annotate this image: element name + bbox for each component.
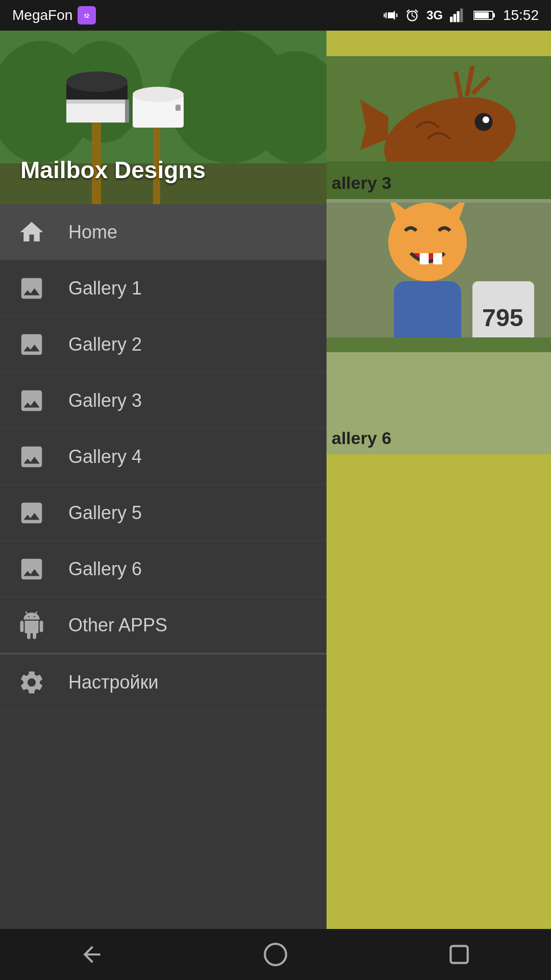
menu-gallery3-label: Gallery 3 bbox=[68, 390, 142, 411]
menu-settings-label: Настройки bbox=[68, 672, 159, 693]
svg-text:795: 795 bbox=[482, 304, 523, 331]
alarm-icon bbox=[405, 8, 419, 22]
gallery3-icon bbox=[15, 384, 48, 417]
network-type: 3G bbox=[427, 8, 443, 22]
gallery1-icon bbox=[15, 272, 48, 305]
svg-rect-2 bbox=[450, 17, 453, 22]
svg-rect-36 bbox=[66, 100, 128, 104]
menu-item-gallery4[interactable]: Gallery 4 bbox=[0, 429, 327, 485]
svg-rect-19 bbox=[420, 253, 429, 264]
svg-rect-41 bbox=[176, 105, 181, 111]
menu-gallery5-label: Gallery 5 bbox=[68, 502, 142, 524]
vibrate-icon bbox=[384, 8, 398, 22]
menu-item-gallery2[interactable]: Gallery 2 bbox=[0, 316, 327, 373]
settings-icon bbox=[15, 666, 48, 699]
battery-icon bbox=[473, 8, 496, 22]
menu-other-apps-label: Other APPS bbox=[68, 615, 167, 636]
menu-item-gallery3[interactable]: Gallery 3 bbox=[0, 373, 327, 429]
menu-gallery1-label: Gallery 1 bbox=[68, 278, 142, 299]
svg-rect-5 bbox=[460, 9, 463, 22]
menu-gallery6-label: Gallery 6 bbox=[68, 558, 142, 580]
menu-item-other-apps[interactable]: Other APPS bbox=[0, 597, 327, 653]
gallery5-thumb[interactable]: 795 bbox=[327, 199, 551, 352]
menu-gallery2-label: Gallery 2 bbox=[68, 334, 142, 355]
gallery4-icon bbox=[15, 440, 48, 473]
gallery3-label: allery 3 bbox=[332, 173, 391, 193]
clock: 15:52 bbox=[503, 7, 539, 23]
svg-rect-4 bbox=[457, 11, 459, 22]
svg-text:f2: f2 bbox=[84, 13, 89, 19]
menu-item-gallery5[interactable]: Gallery 5 bbox=[0, 485, 327, 541]
svg-rect-7 bbox=[493, 13, 495, 17]
svg-rect-43 bbox=[450, 946, 467, 963]
home-button[interactable] bbox=[245, 937, 306, 972]
menu-gallery4-label: Gallery 4 bbox=[68, 446, 142, 468]
right-panel: allery 3 795 bbox=[327, 0, 551, 929]
bottom-navigation bbox=[0, 929, 551, 980]
gallery5-icon bbox=[15, 497, 48, 529]
menu-list: Home Gallery 1 Gallery 2 Gallery 3 bbox=[0, 204, 327, 929]
gallery6-icon bbox=[15, 553, 48, 585]
svg-rect-37 bbox=[125, 100, 129, 122]
back-button[interactable] bbox=[61, 937, 122, 972]
navigation-drawer: Mailbox Designs Home Gallery 1 Gallery 2 bbox=[0, 0, 327, 929]
menu-item-gallery6[interactable]: Gallery 6 bbox=[0, 541, 327, 597]
svg-rect-24 bbox=[327, 337, 551, 352]
menu-item-gallery1[interactable]: Gallery 1 bbox=[0, 260, 327, 316]
svg-point-12 bbox=[483, 116, 489, 123]
home-icon bbox=[15, 216, 48, 249]
signal-icon bbox=[450, 8, 466, 22]
svg-rect-8 bbox=[474, 12, 489, 18]
gallery6-label: allery 6 bbox=[332, 428, 391, 448]
gallery2-icon bbox=[15, 328, 48, 361]
recents-button[interactable] bbox=[429, 937, 490, 972]
svg-rect-20 bbox=[433, 253, 442, 264]
carrier-name: MegaFon bbox=[12, 7, 72, 23]
svg-rect-25 bbox=[327, 199, 551, 203]
gallery3-thumb[interactable]: allery 3 bbox=[327, 56, 551, 199]
status-bar: MegaFon f2 3G 15:52 bbox=[0, 0, 551, 31]
android-icon bbox=[15, 609, 48, 642]
carrier-icon: f2 bbox=[78, 6, 96, 24]
menu-home-label: Home bbox=[68, 222, 117, 243]
carrier-info: MegaFon f2 bbox=[12, 6, 96, 24]
svg-point-40 bbox=[133, 87, 184, 102]
menu-item-settings[interactable]: Настройки bbox=[0, 654, 327, 710]
hero-image: Mailbox Designs bbox=[0, 0, 327, 204]
svg-point-42 bbox=[265, 944, 286, 965]
status-icons: 3G 15:52 bbox=[384, 7, 539, 23]
menu-item-home[interactable]: Home bbox=[0, 204, 327, 260]
hero-title: Mailbox Designs bbox=[20, 156, 206, 184]
svg-point-34 bbox=[66, 71, 128, 92]
svg-rect-3 bbox=[454, 14, 456, 22]
gallery6-thumb[interactable]: allery 6 bbox=[327, 352, 551, 454]
